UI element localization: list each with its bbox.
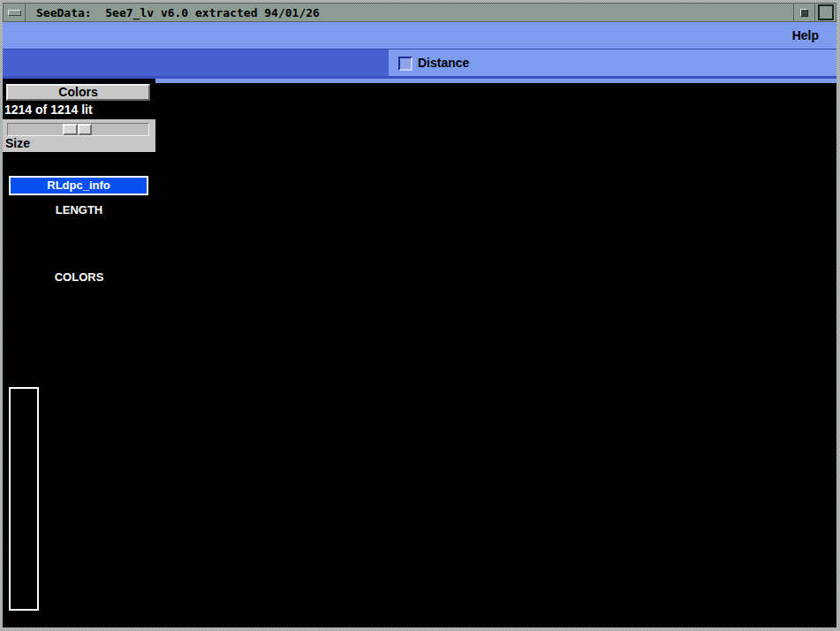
viz-top-strip <box>155 79 836 83</box>
maximize-icon <box>818 4 834 20</box>
menubar: Help <box>3 22 836 49</box>
iconify-button[interactable] <box>793 4 814 21</box>
maximize-button[interactable] <box>814 4 836 21</box>
size-slider-thumb[interactable] <box>63 124 92 135</box>
distance-checkbox[interactable] <box>398 57 412 71</box>
size-slider-track[interactable] <box>7 123 149 136</box>
window-title: SeeData: 5ee7_lv v6.0 extracted 94/01/26 <box>26 4 793 21</box>
size-label: Size <box>5 136 30 150</box>
relation-button[interactable]: RLdpc_info <box>9 176 148 195</box>
toolbar-button-panel <box>3 49 389 76</box>
window-menu-button[interactable] <box>4 4 26 21</box>
legend-box <box>9 387 39 611</box>
sidebar: Colors 1214 of 1214 lit Size RLdpc_info … <box>3 79 155 627</box>
colors-button[interactable]: Colors <box>6 84 150 101</box>
titlebar: SeeData: 5ee7_lv v6.0 extracted 94/01/26 <box>3 3 836 22</box>
toolbar: Distance <box>3 49 836 79</box>
window-menu-icon <box>8 10 21 16</box>
lit-status: 1214 of 1214 lit <box>4 103 93 117</box>
distance-label: Distance <box>418 56 469 70</box>
visualization-area <box>155 79 836 627</box>
length-section-title: LENGTH <box>3 203 155 217</box>
menu-help[interactable]: Help <box>792 28 819 42</box>
colors-section-title: COLORS <box>3 270 155 284</box>
iconify-icon <box>800 9 808 17</box>
size-panel: Size <box>3 119 155 152</box>
seedata-window: SeeData: 5ee7_lv v6.0 extracted 94/01/26… <box>0 0 840 631</box>
